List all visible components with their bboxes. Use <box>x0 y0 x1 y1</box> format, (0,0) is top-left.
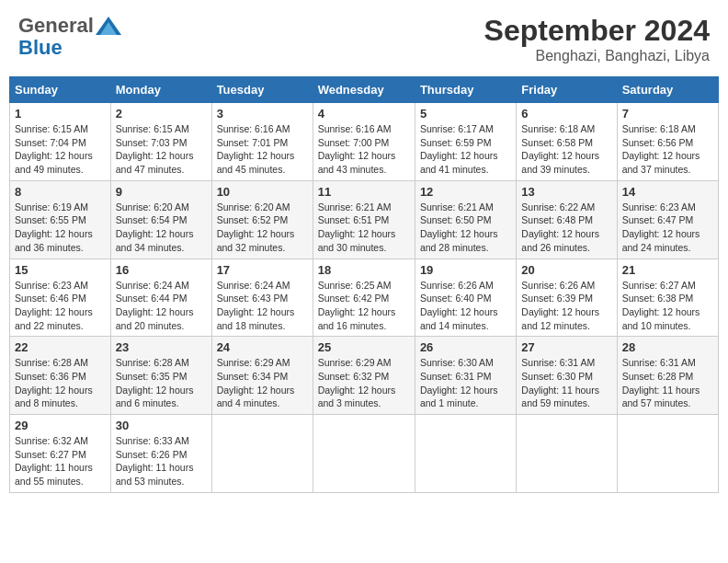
day-number: 23 <box>116 340 207 354</box>
calendar-cell <box>617 415 718 493</box>
day-number: 5 <box>420 107 511 121</box>
day-number: 7 <box>622 107 713 121</box>
day-number: 18 <box>318 263 410 277</box>
day-number: 26 <box>420 340 511 354</box>
day-info: Sunrise: 6:28 AMSunset: 6:36 PMDaylight:… <box>15 356 106 410</box>
day-info: Sunrise: 6:30 AMSunset: 6:31 PMDaylight:… <box>420 356 511 410</box>
calendar-cell: 11Sunrise: 6:21 AMSunset: 6:51 PMDayligh… <box>313 180 415 259</box>
logo: General Blue <box>18 14 121 60</box>
calendar-cell <box>313 415 415 493</box>
day-info: Sunrise: 6:29 AMSunset: 6:34 PMDaylight:… <box>217 356 308 410</box>
day-number: 30 <box>116 419 207 432</box>
calendar-cell: 28Sunrise: 6:31 AMSunset: 6:28 PMDayligh… <box>617 337 718 415</box>
calendar-header-row: SundayMondayTuesdayWednesdayThursdayFrid… <box>10 77 719 103</box>
day-info: Sunrise: 6:22 AMSunset: 6:48 PMDaylight:… <box>521 201 611 255</box>
day-number: 10 <box>217 185 308 199</box>
calendar-cell: 21Sunrise: 6:27 AMSunset: 6:38 PMDayligh… <box>617 259 718 337</box>
day-info: Sunrise: 6:29 AMSunset: 6:32 PMDaylight:… <box>318 356 410 410</box>
calendar-cell: 17Sunrise: 6:24 AMSunset: 6:43 PMDayligh… <box>211 259 313 337</box>
calendar-cell: 2Sunrise: 6:15 AMSunset: 7:03 PMDaylight… <box>110 103 211 181</box>
calendar-cell <box>415 415 516 493</box>
day-number: 15 <box>15 263 106 277</box>
day-info: Sunrise: 6:18 AMSunset: 6:56 PMDaylight:… <box>622 122 713 177</box>
calendar-cell: 23Sunrise: 6:28 AMSunset: 6:35 PMDayligh… <box>110 337 211 415</box>
day-number: 27 <box>521 340 611 354</box>
page-header: General Blue September 2024 Benghazi, Ba… <box>9 9 719 69</box>
day-info: Sunrise: 6:18 AMSunset: 6:58 PMDaylight:… <box>521 122 611 177</box>
calendar-table: SundayMondayTuesdayWednesdayThursdayFrid… <box>9 76 719 493</box>
day-info: Sunrise: 6:16 AMSunset: 7:00 PMDaylight:… <box>318 122 410 177</box>
location-title: Benghazi, Banghazi, Libya <box>484 48 710 64</box>
day-number: 1 <box>15 107 106 121</box>
day-info: Sunrise: 6:15 AMSunset: 7:03 PMDaylight:… <box>116 122 207 177</box>
day-of-week-header: Thursday <box>415 77 516 103</box>
calendar-cell: 10Sunrise: 6:20 AMSunset: 6:52 PMDayligh… <box>211 180 313 259</box>
calendar-cell: 19Sunrise: 6:26 AMSunset: 6:40 PMDayligh… <box>415 259 516 337</box>
day-number: 6 <box>521 107 611 121</box>
day-number: 2 <box>116 107 207 121</box>
day-info: Sunrise: 6:19 AMSunset: 6:55 PMDaylight:… <box>15 201 106 255</box>
calendar-cell: 18Sunrise: 6:25 AMSunset: 6:42 PMDayligh… <box>313 259 415 337</box>
day-info: Sunrise: 6:32 AMSunset: 6:27 PMDaylight:… <box>15 434 106 488</box>
month-title: September 2024 <box>484 14 710 48</box>
day-info: Sunrise: 6:17 AMSunset: 6:59 PMDaylight:… <box>420 122 511 177</box>
calendar-cell: 30Sunrise: 6:33 AMSunset: 6:26 PMDayligh… <box>110 415 211 493</box>
day-of-week-header: Friday <box>517 77 617 103</box>
calendar-cell: 14Sunrise: 6:23 AMSunset: 6:47 PMDayligh… <box>617 180 718 259</box>
calendar-cell: 24Sunrise: 6:29 AMSunset: 6:34 PMDayligh… <box>211 337 313 415</box>
day-of-week-header: Monday <box>110 77 211 103</box>
calendar-cell: 22Sunrise: 6:28 AMSunset: 6:36 PMDayligh… <box>10 337 111 415</box>
day-of-week-header: Wednesday <box>313 77 415 103</box>
logo-blue-text: Blue <box>18 36 121 60</box>
calendar-title-block: September 2024 Benghazi, Banghazi, Libya <box>484 14 710 64</box>
calendar-week-row: 22Sunrise: 6:28 AMSunset: 6:36 PMDayligh… <box>10 337 719 415</box>
day-number: 21 <box>622 263 713 277</box>
logo-text: General <box>18 14 94 38</box>
day-info: Sunrise: 6:21 AMSunset: 6:50 PMDaylight:… <box>420 201 511 255</box>
day-info: Sunrise: 6:23 AMSunset: 6:47 PMDaylight:… <box>622 201 713 255</box>
day-number: 22 <box>15 340 106 354</box>
day-of-week-header: Sunday <box>10 77 111 103</box>
day-number: 24 <box>217 340 308 354</box>
calendar-cell: 8Sunrise: 6:19 AMSunset: 6:55 PMDaylight… <box>10 180 111 259</box>
day-info: Sunrise: 6:16 AMSunset: 7:01 PMDaylight:… <box>217 122 308 177</box>
calendar-cell: 5Sunrise: 6:17 AMSunset: 6:59 PMDaylight… <box>415 103 516 181</box>
calendar-cell: 29Sunrise: 6:32 AMSunset: 6:27 PMDayligh… <box>10 415 111 493</box>
calendar-cell: 16Sunrise: 6:24 AMSunset: 6:44 PMDayligh… <box>110 259 211 337</box>
day-number: 13 <box>521 185 611 199</box>
calendar-cell: 6Sunrise: 6:18 AMSunset: 6:58 PMDaylight… <box>517 103 617 181</box>
day-number: 28 <box>622 340 713 354</box>
calendar-cell: 13Sunrise: 6:22 AMSunset: 6:48 PMDayligh… <box>517 180 617 259</box>
day-info: Sunrise: 6:21 AMSunset: 6:51 PMDaylight:… <box>318 201 410 255</box>
calendar-week-row: 29Sunrise: 6:32 AMSunset: 6:27 PMDayligh… <box>10 415 719 493</box>
day-info: Sunrise: 6:26 AMSunset: 6:39 PMDaylight:… <box>521 279 611 333</box>
day-info: Sunrise: 6:24 AMSunset: 6:43 PMDaylight:… <box>217 279 308 333</box>
day-number: 3 <box>217 107 308 121</box>
day-info: Sunrise: 6:33 AMSunset: 6:26 PMDaylight:… <box>116 434 207 488</box>
day-info: Sunrise: 6:28 AMSunset: 6:35 PMDaylight:… <box>116 356 207 410</box>
calendar-week-row: 15Sunrise: 6:23 AMSunset: 6:46 PMDayligh… <box>10 259 719 337</box>
calendar-cell: 20Sunrise: 6:26 AMSunset: 6:39 PMDayligh… <box>517 259 617 337</box>
calendar-cell: 1Sunrise: 6:15 AMSunset: 7:04 PMDaylight… <box>10 103 111 181</box>
day-number: 20 <box>521 263 611 277</box>
calendar-cell: 26Sunrise: 6:30 AMSunset: 6:31 PMDayligh… <box>415 337 516 415</box>
calendar-cell: 7Sunrise: 6:18 AMSunset: 6:56 PMDaylight… <box>617 103 718 181</box>
day-info: Sunrise: 6:31 AMSunset: 6:30 PMDaylight:… <box>521 356 611 410</box>
day-number: 17 <box>217 263 308 277</box>
day-number: 9 <box>116 185 207 199</box>
calendar-cell: 4Sunrise: 6:16 AMSunset: 7:00 PMDaylight… <box>313 103 415 181</box>
calendar-week-row: 8Sunrise: 6:19 AMSunset: 6:55 PMDaylight… <box>10 180 719 259</box>
calendar-cell: 9Sunrise: 6:20 AMSunset: 6:54 PMDaylight… <box>110 180 211 259</box>
calendar-cell: 25Sunrise: 6:29 AMSunset: 6:32 PMDayligh… <box>313 337 415 415</box>
calendar-cell: 3Sunrise: 6:16 AMSunset: 7:01 PMDaylight… <box>211 103 313 181</box>
calendar-cell: 27Sunrise: 6:31 AMSunset: 6:30 PMDayligh… <box>517 337 617 415</box>
day-number: 12 <box>420 185 511 199</box>
day-info: Sunrise: 6:26 AMSunset: 6:40 PMDaylight:… <box>420 279 511 333</box>
day-number: 29 <box>15 419 106 432</box>
logo-triangle-icon <box>96 17 121 35</box>
calendar-cell <box>517 415 617 493</box>
day-info: Sunrise: 6:15 AMSunset: 7:04 PMDaylight:… <box>15 122 106 177</box>
day-number: 25 <box>318 340 410 354</box>
day-info: Sunrise: 6:25 AMSunset: 6:42 PMDaylight:… <box>318 279 410 333</box>
calendar-cell <box>211 415 313 493</box>
